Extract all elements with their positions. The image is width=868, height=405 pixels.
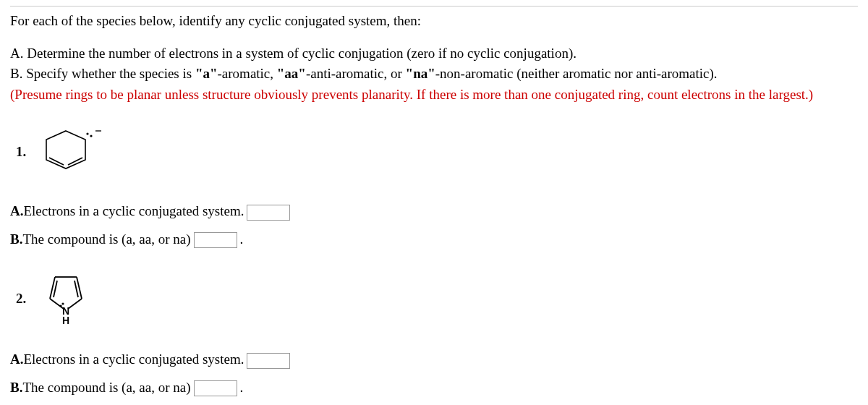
q2-classification-input[interactable] [194, 380, 237, 396]
svg-point-4 [90, 135, 93, 137]
part-a-instruction: A. Determine the number of electrons in … [10, 43, 858, 64]
q2-answer-b: B.The compound is (a, aa, or na) . [10, 378, 858, 398]
svg-marker-0 [46, 131, 85, 169]
top-divider [10, 6, 858, 7]
intro-line: For each of the species below, identify … [10, 11, 858, 32]
question-2: 2. N H [10, 270, 858, 328]
q2-electrons-input[interactable] [247, 353, 290, 369]
period: . [240, 229, 244, 250]
question-number: 2. [16, 289, 26, 310]
svg-point-3 [87, 132, 89, 135]
structure-2-pyrrole: N H [41, 270, 91, 328]
q1-answer-a: A.Electrons in a cyclic conjugated syste… [10, 201, 858, 222]
period: . [240, 378, 244, 398]
instructions-block: For each of the species below, identify … [10, 11, 858, 105]
svg-line-8 [68, 299, 82, 309]
hint-text: (Presume rings to be planar unless struc… [10, 85, 858, 106]
q1-answer-b: B.The compound is (a, aa, or na) . [10, 229, 858, 250]
structure-1-anion [41, 125, 109, 179]
q1-classification-input[interactable] [194, 232, 237, 248]
question-number: 1. [16, 142, 26, 163]
q2-answer-a: A.Electrons in a cyclic conjugated syste… [10, 349, 858, 370]
question-1: 1. [10, 125, 858, 179]
part-b-instruction: B. Specify whether the species is "a"-ar… [10, 64, 858, 85]
svg-text:H: H [62, 315, 69, 326]
q1-electrons-input[interactable] [247, 205, 290, 221]
